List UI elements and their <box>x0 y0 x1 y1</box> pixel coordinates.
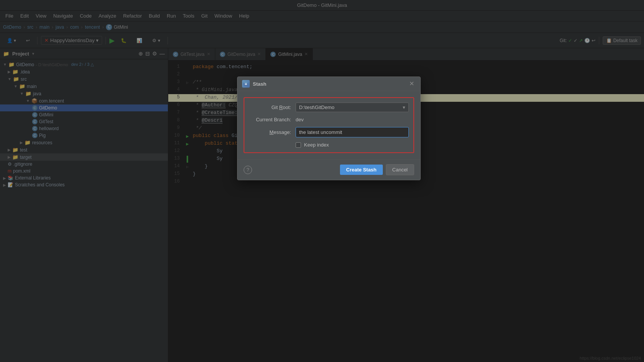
keep-index-label: Keep index <box>304 142 329 148</box>
current-branch-row: Current Branch: dev <box>249 117 409 122</box>
keep-index-checkbox[interactable] <box>296 142 301 148</box>
dialog-title-text: Stash <box>253 81 405 87</box>
create-stash-button[interactable]: Create Stash <box>340 165 382 175</box>
git-root-dropdown-icon: ▾ <box>403 104 405 110</box>
stash-icon-svg <box>243 81 249 86</box>
git-root-select[interactable]: D:\test\GitDemo ▾ <box>296 103 409 112</box>
help-button[interactable]: ? <box>244 166 252 174</box>
keep-index-row: Keep index <box>249 142 409 148</box>
dialog-overlay: Stash ✕ Git Root: D:\test\GitDemo ▾ <box>0 0 644 362</box>
dialog-title-bar: Stash ✕ <box>237 77 420 91</box>
dialog-inner-box: Git Root: D:\test\GitDemo ▾ Current Bran… <box>244 97 414 153</box>
git-root-value: D:\test\GitDemo <box>299 104 401 110</box>
dialog-title-icon <box>242 80 250 88</box>
stash-dialog: Stash ✕ Git Root: D:\test\GitDemo ▾ <box>237 77 421 180</box>
git-root-label: Git Root: <box>249 104 291 110</box>
dialog-footer: ? Create Stash Cancel <box>237 159 420 180</box>
dialog-close-btn[interactable]: ✕ <box>408 80 416 88</box>
git-root-row: Git Root: D:\test\GitDemo ▾ <box>249 103 409 112</box>
message-row: Message: <box>249 127 409 137</box>
message-input[interactable] <box>296 127 409 137</box>
message-label: Message: <box>249 129 291 135</box>
current-branch-label: Current Branch: <box>249 117 291 122</box>
svg-rect-1 <box>244 82 247 83</box>
cancel-button[interactable]: Cancel <box>386 164 414 175</box>
dialog-content: Git Root: D:\test\GitDemo ▾ Current Bran… <box>237 91 420 159</box>
current-branch-value: dev <box>296 117 304 122</box>
